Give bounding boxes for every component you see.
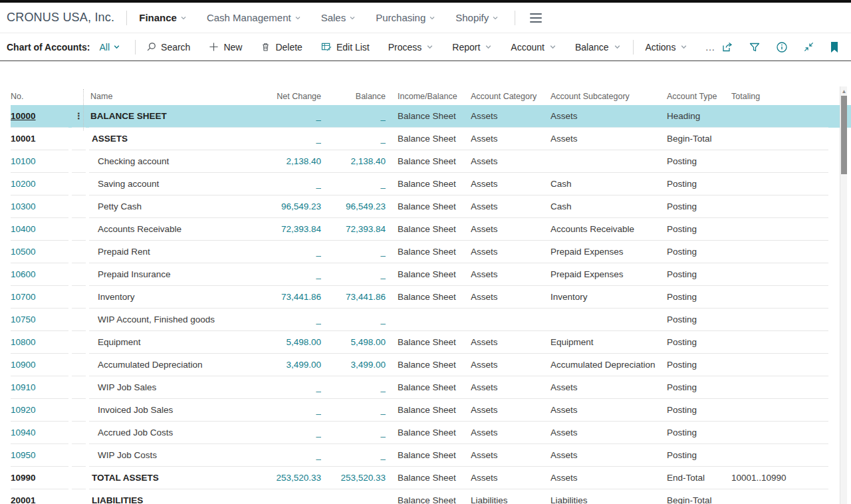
totaling-cell[interactable] — [731, 128, 828, 150]
account-type-cell[interactable]: Posting — [667, 195, 731, 218]
account-name-cell[interactable]: TOTAL ASSETS — [89, 467, 259, 489]
account-type-cell[interactable]: Posting — [667, 309, 731, 331]
account-type-cell[interactable]: Posting — [667, 354, 731, 376]
income-balance-cell[interactable]: Balance Sheet — [398, 489, 471, 504]
account-subcategory-cell[interactable]: Cash — [550, 173, 667, 195]
account-no-link[interactable]: 10750 — [11, 309, 68, 331]
balance-cell[interactable]: _ — [321, 422, 386, 444]
account-type-cell[interactable]: Posting — [667, 399, 731, 422]
net-change-cell[interactable]: 96,549.23 — [259, 195, 321, 218]
column-header-account-type[interactable]: Account Type — [667, 92, 731, 105]
net-change-cell[interactable] — [259, 489, 321, 504]
delete-button[interactable]: Delete — [261, 42, 302, 53]
totaling-cell[interactable]: 10001..10990 — [731, 467, 828, 489]
account-no-link[interactable]: 10990 — [11, 467, 68, 489]
account-name-cell[interactable]: Accrued Job Costs — [89, 422, 259, 444]
account-subcategory-cell[interactable]: Equipment — [550, 331, 667, 354]
totaling-cell[interactable] — [731, 150, 828, 173]
balance-cell[interactable]: 2,138.40 — [321, 150, 386, 173]
account-subcategory-cell[interactable]: Prepaid Expenses — [550, 241, 667, 263]
totaling-cell[interactable] — [731, 218, 828, 241]
account-no-link[interactable]: 10500 — [11, 241, 68, 263]
totaling-cell[interactable] — [731, 422, 828, 444]
nav-item-shopify[interactable]: Shopify — [455, 12, 499, 23]
vertical-scrollbar[interactable]: ▲ — [840, 86, 847, 504]
account-category-cell[interactable]: Assets — [471, 105, 550, 128]
table-row[interactable]: 10000⋮BALANCE SHEET__Balance SheetAssets… — [11, 105, 851, 128]
balance-cell[interactable]: _ — [321, 105, 386, 128]
account-category-cell[interactable]: Assets — [471, 467, 550, 489]
account-subcategory-cell[interactable]: Liabilities — [550, 489, 667, 504]
totaling-cell[interactable] — [731, 241, 828, 263]
column-header-no[interactable]: No. — [11, 92, 68, 105]
account-subcategory-cell[interactable]: Accounts Receivable — [550, 218, 667, 241]
column-header-net-change[interactable]: Net Change — [259, 92, 321, 105]
overflow-menu[interactable]: … — [705, 41, 716, 53]
account-type-cell[interactable]: End-Total — [667, 467, 731, 489]
table-row[interactable]: 10940Accrued Job Costs__Balance SheetAss… — [11, 422, 851, 444]
balance-cell[interactable]: 73,441.86 — [321, 286, 386, 309]
balance-cell[interactable]: 72,393.84 — [321, 218, 386, 241]
column-header-balance[interactable]: Balance — [321, 92, 386, 105]
account-category-cell[interactable]: Liabilities — [471, 489, 550, 504]
income-balance-cell[interactable]: Balance Sheet — [398, 376, 471, 399]
balance-cell[interactable]: _ — [321, 241, 386, 263]
account-subcategory-cell[interactable]: Assets — [550, 467, 667, 489]
account-name-cell[interactable]: Invoiced Job Sales — [89, 399, 259, 422]
table-row[interactable]: 10600Prepaid Insurance__Balance SheetAss… — [11, 263, 851, 286]
account-type-cell[interactable]: Posting — [667, 150, 731, 173]
net-change-cell[interactable]: _ — [259, 422, 321, 444]
account-no-link[interactable]: 10200 — [11, 173, 68, 195]
balance-cell[interactable]: _ — [321, 376, 386, 399]
column-header-totaling[interactable]: Totaling — [731, 92, 828, 105]
account-name-cell[interactable]: BALANCE SHEET — [89, 105, 259, 128]
edit-list-button[interactable]: Edit List — [321, 42, 370, 53]
totaling-cell[interactable] — [731, 354, 828, 376]
totaling-cell[interactable] — [731, 376, 828, 399]
table-row[interactable]: 10700Inventory73,441.8673,441.86Balance … — [11, 286, 851, 309]
totaling-cell[interactable] — [731, 489, 828, 504]
account-category-cell[interactable]: Assets — [471, 444, 550, 467]
table-row[interactable]: 10910WIP Job Sales__Balance SheetAssetsA… — [11, 376, 851, 399]
balance-cell[interactable] — [321, 489, 386, 504]
income-balance-cell[interactable]: Balance Sheet — [398, 354, 471, 376]
table-row[interactable]: 10950WIP Job Costs__Balance SheetAssetsA… — [11, 444, 851, 467]
account-name-cell[interactable]: Petty Cash — [89, 195, 259, 218]
account-category-cell[interactable]: Assets — [471, 173, 550, 195]
account-category-cell[interactable]: Assets — [471, 399, 550, 422]
totaling-cell[interactable] — [731, 309, 828, 331]
filter-icon[interactable] — [749, 41, 761, 53]
account-no-link[interactable]: 10940 — [11, 422, 68, 444]
account-name-cell[interactable]: Accumulated Depreciation — [89, 354, 259, 376]
column-header-name[interactable]: Name — [89, 92, 259, 105]
account-category-cell[interactable]: Assets — [471, 286, 550, 309]
income-balance-cell[interactable]: Balance Sheet — [398, 263, 471, 286]
account-category-cell[interactable]: Assets — [471, 422, 550, 444]
account-subcategory-cell[interactable]: Assets — [550, 422, 667, 444]
account-type-cell[interactable]: Begin-Total — [667, 128, 731, 150]
account-name-cell[interactable]: Equipment — [89, 331, 259, 354]
account-category-cell[interactable]: Assets — [471, 195, 550, 218]
account-subcategory-cell[interactable]: Assets — [550, 399, 667, 422]
account-type-cell[interactable]: Posting — [667, 444, 731, 467]
account-type-cell[interactable]: Posting — [667, 173, 731, 195]
table-row[interactable]: 10200Saving account__Balance SheetAssets… — [11, 173, 851, 195]
account-subcategory-cell[interactable]: Cash — [550, 195, 667, 218]
account-category-cell[interactable]: Assets — [471, 354, 550, 376]
income-balance-cell[interactable] — [398, 309, 471, 331]
net-change-cell[interactable]: _ — [259, 241, 321, 263]
account-subcategory-cell[interactable]: Assets — [550, 376, 667, 399]
account-type-cell[interactable]: Posting — [667, 286, 731, 309]
net-change-cell[interactable]: _ — [259, 173, 321, 195]
account-name-cell[interactable]: Saving account — [89, 173, 259, 195]
account-no-link[interactable]: 10100 — [11, 150, 68, 173]
table-row[interactable]: 10100Checking account2,138.402,138.40Bal… — [11, 150, 851, 173]
balance-cell[interactable]: _ — [321, 399, 386, 422]
balance-cell[interactable]: 96,549.23 — [321, 195, 386, 218]
column-header-account-subcategory[interactable]: Account Subcategory — [550, 92, 667, 105]
table-row[interactable]: 20001LIABILITIESBalance SheetLiabilities… — [11, 489, 851, 504]
net-change-cell[interactable]: _ — [259, 263, 321, 286]
table-row[interactable]: 10500Prepaid Rent__Balance SheetAssetsPr… — [11, 241, 851, 263]
totaling-cell[interactable] — [731, 286, 828, 309]
account-type-cell[interactable]: Heading — [667, 105, 731, 128]
